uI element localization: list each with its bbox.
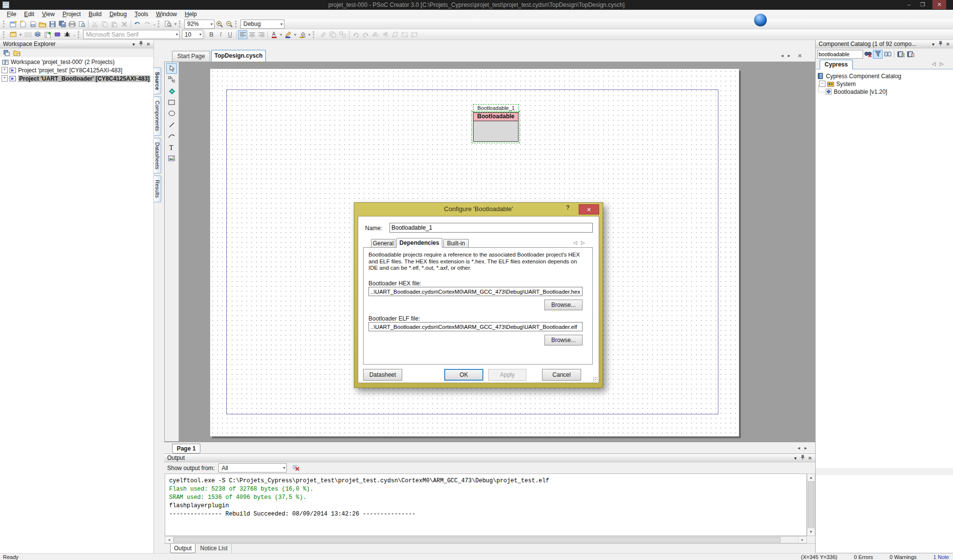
tab-datasheets[interactable]: Datasheets [154, 138, 161, 174]
notification-ball-icon[interactable] [754, 14, 767, 26]
status-errors[interactable]: 0 Errors [854, 554, 873, 560]
collapse-all-button[interactable] [2, 48, 12, 57]
status-notes[interactable]: 1 Note [933, 554, 949, 560]
align-left-button[interactable] [238, 30, 247, 39]
new-document-button[interactable] [18, 20, 28, 28]
tree-row-workspace[interactable]: Workspace 'projet_test-000' (2 Projects) [0, 58, 153, 65]
tab-scroll-right-icon[interactable]: ▸ [788, 53, 790, 58]
scroll-right-icon[interactable]: ▸ [798, 537, 806, 543]
scroll-up-icon[interactable]: ▲ [807, 474, 815, 482]
window-position-menu-icon[interactable]: ▾ [930, 41, 937, 48]
dialog-tab-prev-icon[interactable]: ◁ [573, 240, 577, 245]
bootloadable-component[interactable]: Bootloadable [473, 112, 519, 142]
dialog-help-button[interactable]: ? [563, 204, 572, 214]
print-preview-button[interactable] [77, 20, 87, 28]
clear-search-button[interactable] [863, 50, 873, 59]
save-all-button[interactable] [57, 20, 67, 28]
scrollbar-thumb[interactable] [173, 537, 780, 542]
datasheet-view-button[interactable] [883, 50, 892, 59]
open-button[interactable] [38, 20, 47, 28]
undo-button[interactable] [132, 20, 142, 28]
bold-button[interactable]: B [207, 30, 216, 39]
tab-topdesign[interactable]: TopDesign.cysch [211, 50, 266, 62]
tab-components[interactable]: Components [154, 96, 161, 135]
catalog-bootloadable-row[interactable]: Bootloadable [v1.20] [816, 88, 953, 95]
close-panel-icon[interactable]: ✕ [145, 41, 152, 48]
text-tool-button[interactable]: T [166, 142, 177, 152]
rectangle-tool-button[interactable] [166, 97, 177, 108]
select-tool-button[interactable] [166, 63, 177, 74]
catalog-system-row[interactable]: − System [816, 80, 953, 87]
toolbar-overflow-icon[interactable]: ⌄ [152, 22, 157, 26]
zoom-combobox[interactable]: 92% ▾ [184, 20, 215, 29]
font-name-combobox[interactable]: Microsoft Sans Serif ▾ [83, 30, 180, 39]
hex-browse-button[interactable]: Browse... [544, 300, 583, 310]
expand-icon[interactable]: + [1, 75, 8, 82]
chip-button[interactable] [52, 30, 62, 39]
window-position-menu-icon[interactable]: ▾ [792, 454, 799, 462]
hex-file-input[interactable] [368, 287, 583, 296]
tab-source[interactable]: Source [154, 67, 161, 94]
component-instance-label[interactable]: Bootloadable_1 [473, 104, 519, 112]
tree-row-project2[interactable]: + Project 'UART_Bootloader' [CY8C4125AXI… [0, 75, 153, 82]
catalog-tab-next-icon[interactable]: ▷ [940, 61, 944, 66]
arc-tool-button[interactable] [166, 130, 177, 141]
show-all-files-button[interactable] [12, 48, 22, 57]
close-panel-icon[interactable]: ✕ [944, 41, 952, 48]
fill-color-button[interactable] [298, 30, 307, 39]
layers-button[interactable] [33, 30, 43, 39]
expand-icon[interactable]: + [1, 67, 8, 73]
tab-page1[interactable]: Page 1 [172, 444, 200, 453]
tab-general[interactable]: General [371, 239, 395, 248]
cancel-button[interactable]: Cancel [542, 369, 581, 381]
auto-hide-pin-icon[interactable] [799, 454, 806, 462]
find-button[interactable] [163, 20, 173, 28]
page-scroll-left-icon[interactable]: ◂ [798, 445, 800, 451]
align-right-button[interactable] [257, 30, 266, 39]
catalog-root-row[interactable]: Cypress Component Catalog [816, 72, 953, 80]
dialog-tab-next-icon[interactable]: ▷ [581, 240, 585, 245]
close-panel-icon[interactable]: ✕ [806, 454, 814, 462]
close-document-icon[interactable]: ✕ [798, 53, 802, 59]
resize-grip[interactable] [593, 377, 598, 382]
restore-button[interactable]: ❐ [916, 0, 930, 9]
font-color-button[interactable]: A [269, 30, 279, 39]
output-filter-combobox[interactable]: All ▾ [218, 463, 287, 473]
window-position-menu-icon[interactable]: ▾ [130, 41, 137, 48]
menu-project[interactable]: Project [59, 10, 85, 19]
catalog-search-input[interactable] [817, 50, 863, 59]
tab-cypress[interactable]: Cypress [820, 60, 853, 70]
image-tool-button[interactable] [166, 153, 177, 164]
underline-button[interactable]: U [225, 30, 235, 39]
tab-results[interactable]: Results [154, 175, 161, 202]
output-console[interactable]: cyelftool.exe -S C:\Projets_Cypress\proj… [165, 474, 807, 536]
pattern-dropdown-icon[interactable]: ▾ [18, 32, 23, 37]
bug-button[interactable] [62, 30, 72, 39]
line-color-button[interactable] [283, 30, 293, 39]
menu-help[interactable]: Help [181, 10, 201, 19]
add-page-button[interactable] [43, 30, 52, 39]
minimize-button[interactable]: – [902, 0, 916, 9]
fill-color-dropdown-icon[interactable]: ▾ [307, 32, 312, 37]
wire-tool-button[interactable] [166, 74, 177, 85]
font-color-dropdown-icon[interactable]: ▾ [279, 32, 283, 37]
collapse-catalog-button[interactable] [906, 50, 915, 59]
dialog-close-button[interactable]: ✕ [579, 204, 599, 215]
page-scroll-right-icon[interactable]: ▸ [804, 445, 807, 451]
ok-button[interactable]: OK [444, 369, 483, 381]
auto-hide-pin-icon[interactable] [137, 41, 145, 48]
add-existing-item-button[interactable] [28, 20, 38, 28]
auto-hide-pin-icon[interactable] [937, 41, 944, 48]
find-dropdown-icon[interactable]: ▾ [173, 22, 178, 26]
italic-button[interactable]: I [216, 30, 225, 39]
line-tool-button[interactable] [166, 119, 177, 130]
component-tool-button[interactable] [166, 86, 177, 96]
close-button[interactable]: ✕ [932, 0, 946, 9]
menu-view[interactable]: View [38, 10, 59, 19]
status-warnings[interactable]: 0 Warnings [889, 554, 916, 560]
elf-browse-button[interactable]: Browse... [544, 335, 583, 345]
save-button[interactable] [47, 20, 57, 28]
scroll-left-icon[interactable]: ◂ [165, 537, 173, 543]
line-color-dropdown-icon[interactable]: ▾ [293, 32, 298, 37]
font-size-combobox[interactable]: 10 ▾ [182, 30, 203, 39]
